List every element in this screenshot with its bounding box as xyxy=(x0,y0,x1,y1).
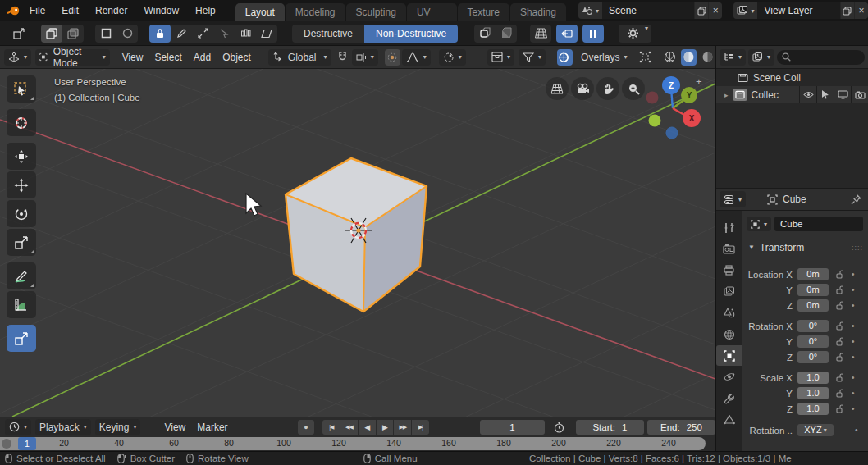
viewport-disable-monitor-icon[interactable] xyxy=(834,86,851,103)
parallelogram-button[interactable] xyxy=(256,25,277,43)
lock-open-icon[interactable] xyxy=(832,373,847,382)
scale-y-field[interactable]: 1.0 xyxy=(797,387,829,399)
overlays-toggle-button[interactable] xyxy=(557,49,573,66)
cube-solid-button[interactable] xyxy=(496,25,517,43)
menu-help[interactable]: Help xyxy=(187,5,224,16)
tab-modifiers-icon[interactable] xyxy=(716,388,742,408)
snap-target-dropdown[interactable]: ▾ xyxy=(352,49,378,66)
proportional-edit-button[interactable] xyxy=(385,49,400,66)
view-layer-name[interactable]: View Layer xyxy=(757,2,839,19)
timeline-scrollbar[interactable]: 20 40 60 80 100 120 140 160 180 200 220 … xyxy=(0,437,706,450)
render-disable-camera-icon[interactable] xyxy=(851,86,868,103)
keying-menu[interactable]: Keying ▾ xyxy=(95,419,141,435)
location-x-field[interactable]: 0m xyxy=(797,268,829,280)
tab-output-icon[interactable] xyxy=(716,260,742,280)
snap-back-button[interactable] xyxy=(556,25,578,43)
outliner-scene-collection-row[interactable]: Scene Coll xyxy=(716,69,868,86)
shading-material-button[interactable] xyxy=(700,49,715,66)
cube-wire-button[interactable] xyxy=(474,25,496,43)
menu-window[interactable]: Window xyxy=(135,5,187,16)
keyframe-dot-icon[interactable]: • xyxy=(852,337,855,346)
playback-menu[interactable]: Playback ▾ xyxy=(35,419,91,435)
filter-dropdown[interactable]: ▾ xyxy=(519,49,546,66)
circle-shape-button[interactable] xyxy=(116,25,138,43)
move-tool[interactable] xyxy=(7,171,36,198)
lock-open-icon[interactable] xyxy=(832,270,847,279)
grid-view-button[interactable] xyxy=(546,77,569,100)
rotation-x-field[interactable]: 0° xyxy=(797,320,829,332)
gizmo-neg-z[interactable] xyxy=(666,127,678,139)
tab-world-icon[interactable] xyxy=(716,324,742,344)
select-menu[interactable]: Select xyxy=(148,52,187,63)
orientation-dropdown[interactable]: Global ▾ xyxy=(268,49,331,66)
rotation-mode-dropdown[interactable]: XYZ ▾ xyxy=(797,424,834,436)
view-layer-delete-button[interactable]: × xyxy=(855,2,868,19)
select-box-tool[interactable] xyxy=(7,75,36,103)
shading-wireframe-button[interactable] xyxy=(662,49,678,66)
grip-icon[interactable]: :::: xyxy=(852,244,863,252)
keyframe-dot-icon[interactable]: • xyxy=(852,301,855,310)
current-frame-field[interactable]: 1 xyxy=(480,420,545,435)
gizmo-neg-x[interactable] xyxy=(646,92,659,104)
outliner-display-dropdown[interactable]: ▾ xyxy=(748,49,774,66)
keyframe-dot-icon[interactable]: • xyxy=(852,389,855,398)
current-frame-marker[interactable]: 1 xyxy=(18,437,36,450)
tab-texture-paint[interactable]: Texture Paint xyxy=(458,3,509,21)
overlays-dropdown[interactable]: Overlays ▾ xyxy=(577,49,631,66)
menu-edit[interactable]: Edit xyxy=(53,5,87,16)
duplicate-toggle-off[interactable] xyxy=(62,25,84,43)
blender-logo-icon[interactable] xyxy=(7,5,21,16)
lock-open-icon[interactable] xyxy=(832,404,847,413)
tab-view-layer-icon[interactable] xyxy=(716,281,742,302)
pan-view-button[interactable] xyxy=(596,77,619,100)
pin-icon[interactable] xyxy=(851,194,861,205)
tab-tool-icon[interactable] xyxy=(716,217,742,238)
outliner-collection-row[interactable]: ▸ Collec xyxy=(716,86,868,103)
tab-object-icon[interactable] xyxy=(716,345,742,366)
cursor-tool[interactable] xyxy=(7,109,36,136)
falloff-dropdown[interactable]: ▾ xyxy=(402,49,431,66)
menu-file[interactable]: File xyxy=(21,5,53,16)
view-object-types-dropdown[interactable]: ▾ xyxy=(487,49,514,66)
play-button[interactable]: ▶ xyxy=(377,420,394,435)
timeline-editor-dropdown[interactable]: ▾ xyxy=(5,419,31,435)
tab-shading[interactable]: Shading xyxy=(510,3,566,21)
pause-button[interactable] xyxy=(582,25,604,43)
scene-copy-button[interactable] xyxy=(695,2,708,19)
scale-x-field[interactable]: 1.0 xyxy=(797,372,829,384)
destructive-button[interactable]: Destructive xyxy=(292,25,364,43)
end-frame-field[interactable]: End: 250 xyxy=(647,420,715,435)
view-menu[interactable]: View xyxy=(116,52,149,63)
fast-forward-button[interactable]: ▶▶ xyxy=(394,420,411,435)
snap-magnet-button[interactable] xyxy=(335,49,350,66)
viewport-3d[interactable]: User Perspective (1) Collection | Cube xyxy=(0,69,715,417)
camera-view-button[interactable] xyxy=(571,77,594,100)
tab-physics-icon[interactable] xyxy=(716,367,742,387)
timeline-view-menu[interactable]: View xyxy=(158,422,191,433)
scene-delete-button[interactable]: × xyxy=(709,2,722,19)
rotation-y-field[interactable]: 0° xyxy=(797,335,829,348)
transform-section-title[interactable]: Transform xyxy=(760,242,804,253)
expand-arrows-button[interactable] xyxy=(192,25,213,43)
object-browse-button[interactable]: ▾ xyxy=(747,217,771,231)
keyframe-dot-icon[interactable]: • xyxy=(852,404,855,413)
tab-scene-icon[interactable] xyxy=(716,303,742,323)
keyframe-dot-icon[interactable]: • xyxy=(852,270,855,279)
non-destructive-button[interactable]: Non-Destructive xyxy=(364,25,458,43)
jump-to-end-button[interactable]: ▶| xyxy=(412,420,429,435)
tab-sculpting[interactable]: Sculpting xyxy=(346,3,406,21)
tab-uv-editing[interactable]: UV Editing xyxy=(407,3,457,21)
view-layer-copy-button[interactable] xyxy=(841,2,854,19)
timeline-marker-menu[interactable]: Marker xyxy=(191,422,233,433)
jump-to-start-button[interactable]: |◀ xyxy=(322,420,340,435)
lock-open-icon[interactable] xyxy=(832,337,847,346)
mode-dropdown[interactable]: Object Mode ▾ xyxy=(35,49,110,66)
gizmo-neg-y[interactable] xyxy=(649,115,661,127)
add-menu[interactable]: Add xyxy=(188,52,217,63)
keyframe-dot-icon[interactable]: • xyxy=(852,373,855,382)
scene-name[interactable]: Scene xyxy=(602,2,694,19)
settings-dropdown[interactable]: ▾ xyxy=(619,25,651,43)
section-collapse-icon[interactable]: ▼ xyxy=(748,244,755,251)
rotate-tool[interactable] xyxy=(7,200,36,227)
tab-modeling[interactable]: Modeling xyxy=(286,3,345,21)
